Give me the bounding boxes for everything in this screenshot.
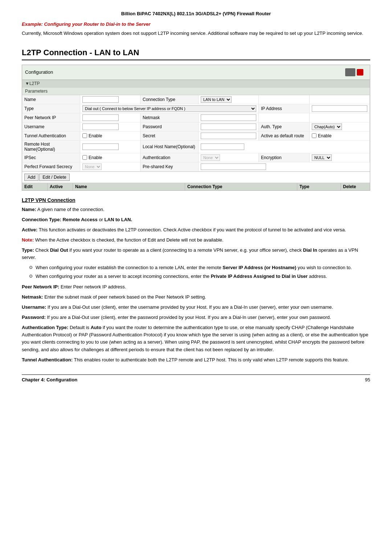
conn-type-bold: Connection Type: Remote Access bbox=[22, 217, 98, 222]
tunnel-auth-enable-cell[interactable]: Enable bbox=[80, 131, 140, 141]
name-desc-bold: Name: bbox=[22, 207, 36, 212]
bullet-list: When configuring your router establish t… bbox=[29, 264, 370, 280]
config-header: Configuration bbox=[22, 65, 370, 80]
remote-host-input[interactable] bbox=[82, 143, 119, 150]
bullet-item-1: When configuring your router establish t… bbox=[29, 264, 370, 271]
pfs-cell[interactable]: None bbox=[80, 162, 140, 171]
authentication-select[interactable]: None bbox=[201, 154, 220, 161]
peer-network-ip-cell[interactable] bbox=[80, 113, 140, 122]
netmask-bold: Netmask: bbox=[22, 294, 43, 300]
type-cell[interactable]: Dial out ( Connect to below Server IP ad… bbox=[80, 104, 259, 113]
ipsec-checkbox[interactable] bbox=[82, 155, 87, 160]
secret-input[interactable] bbox=[201, 133, 256, 139]
edit-delete-button[interactable]: Edit / Delete bbox=[39, 174, 69, 181]
username-bold: Username: bbox=[22, 304, 46, 310]
local-host-label: Local Host Name(Optional) bbox=[140, 141, 199, 153]
auth-type-cell[interactable]: Chap(Auto) bbox=[310, 122, 370, 131]
active-default-enable-label: Enable bbox=[318, 133, 331, 138]
password-input[interactable] bbox=[201, 123, 256, 130]
type-text2: if you want your router to operate as a … bbox=[68, 247, 303, 253]
pre-shared-key-input[interactable] bbox=[201, 163, 266, 170]
netmask-label: Netmask bbox=[140, 113, 199, 122]
auth-type-select[interactable]: Chap(Auto) bbox=[312, 123, 342, 130]
name-desc-text: A given name of the connection. bbox=[36, 207, 105, 212]
remote-host-label: Remote Host Name(Optional) bbox=[22, 141, 80, 153]
encryption-cell[interactable]: NULL bbox=[310, 153, 370, 162]
secret-cell[interactable] bbox=[199, 131, 259, 141]
username-description: Username: If you are a Dial-Out user (cl… bbox=[22, 304, 370, 311]
col-active: Active bbox=[48, 183, 73, 190]
buttons-row: Add Edit / Delete bbox=[22, 172, 370, 183]
ipsec-label: IPSec bbox=[22, 153, 80, 162]
ip-address-input[interactable] bbox=[312, 105, 367, 112]
encryption-label: Encryption bbox=[259, 153, 310, 162]
conn-type-or: or bbox=[98, 217, 105, 222]
active-default-route-checkbox[interactable] bbox=[312, 133, 317, 138]
name-input-cell[interactable] bbox=[80, 95, 140, 104]
dial-in-bold: Dial In bbox=[303, 247, 317, 253]
netmask-text: Enter the subnet mask of peer network ba… bbox=[43, 294, 206, 300]
note-description: Note: When the Active checkbox is checke… bbox=[22, 236, 370, 244]
username-cell[interactable] bbox=[80, 122, 140, 131]
tunnel-auth-checkbox[interactable] bbox=[82, 133, 87, 138]
auth-type-text: Default is bbox=[68, 325, 90, 330]
tunnel-auth-text: This enables router to authenticate both… bbox=[73, 357, 349, 362]
router-icon bbox=[345, 66, 367, 78]
example-title-text: Example: Configuring your Router to Dial… bbox=[22, 21, 151, 27]
username-text: If you are a Dial-Out user (client), ent… bbox=[46, 304, 333, 310]
ipsec-enable-cell[interactable]: Enable bbox=[80, 153, 140, 162]
local-host-cell[interactable] bbox=[199, 141, 370, 153]
active-description: Active: This function activates or deact… bbox=[22, 226, 370, 234]
username-input[interactable] bbox=[82, 123, 119, 130]
l2tp-section-label: ▼L2TP bbox=[22, 80, 370, 88]
page-header: Billion BiPAC 7402NX(L) 802.11n 3G/ADSL2… bbox=[22, 11, 370, 16]
example-section: Example: Configuring your Router to Dial… bbox=[22, 21, 370, 37]
name-input[interactable] bbox=[82, 96, 119, 103]
active-bold: Active: bbox=[22, 227, 37, 232]
password-text: If you are a Dial-Out user (client), ent… bbox=[46, 315, 331, 320]
connection-type-cell[interactable]: LAN to LAN bbox=[199, 95, 259, 104]
peer-network-ip-input[interactable] bbox=[82, 114, 119, 121]
username-label: Username bbox=[22, 122, 80, 131]
local-host-input[interactable] bbox=[201, 143, 244, 150]
peer-network-description: Peer Network IP: Enter Peer network IP a… bbox=[22, 283, 370, 291]
type-label: Type bbox=[22, 104, 80, 113]
active-text: This function activates or deactivates t… bbox=[37, 227, 346, 232]
header-title: Billion BiPAC 7402NX(L) 802.11n 3G/ADSL2… bbox=[121, 11, 271, 16]
pre-shared-key-cell[interactable] bbox=[199, 162, 370, 171]
add-button[interactable]: Add bbox=[24, 174, 38, 181]
netmask-input[interactable] bbox=[201, 114, 256, 121]
auto-bold: Auto bbox=[91, 325, 102, 330]
pfs-select[interactable]: None bbox=[82, 163, 102, 170]
netmask-cell[interactable] bbox=[199, 113, 259, 122]
active-default-route-cell[interactable]: Enable bbox=[310, 131, 370, 141]
description-section: L2TP VPN Connection Name: A given name o… bbox=[22, 197, 370, 364]
password-cell[interactable] bbox=[199, 122, 259, 131]
encryption-select[interactable]: NULL bbox=[312, 154, 332, 161]
router-shape2 bbox=[357, 69, 363, 76]
auth-type-description: Authentication Type: Default is Auto if … bbox=[22, 324, 370, 353]
empty4 bbox=[310, 113, 370, 122]
intro-text: Currently, Microsoft Windows operation s… bbox=[22, 31, 363, 36]
vpn-connection-title: L2TP VPN Connection bbox=[22, 197, 370, 203]
empty3 bbox=[259, 113, 310, 122]
ip-address-cell[interactable] bbox=[310, 104, 370, 113]
remote-host-cell[interactable] bbox=[80, 141, 140, 153]
ipsec-enable-label: Enable bbox=[89, 155, 102, 160]
auth-type-label: Auth. Type bbox=[259, 122, 310, 131]
table-header: Edit Active Name Connection Type Type De… bbox=[22, 183, 370, 190]
section-title: L2TP Connection - LAN to LAN bbox=[22, 48, 370, 60]
netmask-description: Netmask: Enter the subnet mask of peer n… bbox=[22, 293, 370, 301]
col-name: Name bbox=[73, 183, 185, 190]
config-header-title: Configuration bbox=[25, 69, 53, 75]
tunnel-auth-bold: Tunnel Authentication: bbox=[22, 357, 73, 362]
col-type: Type bbox=[297, 183, 341, 190]
type-text: Check bbox=[34, 247, 50, 253]
connection-type-select[interactable]: LAN to LAN bbox=[201, 96, 232, 103]
params-label: Parameters bbox=[22, 88, 370, 95]
dial-out-bold: Dial Out bbox=[50, 247, 68, 253]
empty2 bbox=[310, 95, 370, 104]
authentication-cell[interactable]: None bbox=[199, 153, 259, 162]
page-footer: Chapter 4: Configuration 95 bbox=[22, 374, 370, 382]
type-select[interactable]: Dial out ( Connect to below Server IP ad… bbox=[82, 105, 256, 112]
